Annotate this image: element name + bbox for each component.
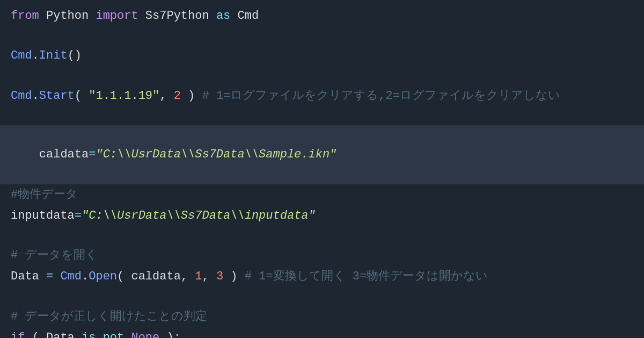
token-paren4: (	[117, 267, 131, 286]
code-line-11: # データを開く	[11, 245, 633, 266]
code-line-14: # データが正しく開けたことの判定	[11, 306, 633, 327]
token-comma2: ,	[181, 267, 188, 286]
token-space: Python	[39, 6, 96, 25]
token-num1: 1	[188, 267, 202, 286]
token-cmd: Cmd	[230, 6, 259, 25]
token-eq3: =	[46, 267, 53, 286]
token-comment-prop: #物件データ	[11, 185, 78, 204]
token-ss7: Ss7Python	[138, 6, 216, 25]
code-line-12: Data = Cmd.Open( caldata, 1, 3 ) # 1=変換し…	[11, 266, 633, 287]
token-comment1: # 1=ログファイルをクリアする,2=ログファイルをクリアしない	[202, 87, 560, 105]
token-init: Init	[39, 46, 68, 65]
code-editor: from Python import Ss7Python as Cmd Cmd.…	[0, 0, 644, 338]
empty-line-13	[11, 287, 633, 306]
token-comma: ,	[159, 87, 166, 105]
token-import: import	[96, 6, 138, 25]
token-comment-judge: # データが正しく開けたことの判定	[11, 307, 207, 326]
token-inputdata-str: "C:\\UsrData\\Ss7Data\\inputdata"	[82, 206, 316, 225]
token-paren5: )	[223, 267, 245, 286]
token-eq2: =	[75, 206, 82, 225]
token-if: if	[11, 328, 25, 338]
token-space4	[124, 328, 131, 338]
token-comment-open: # データを開く	[11, 246, 98, 265]
code-line-15: if ( Data is not None ):	[11, 327, 633, 338]
code-line-1: from Python import Ss7Python as Cmd	[11, 5, 633, 26]
token-colon: :	[174, 328, 181, 338]
token-paren: ()	[68, 46, 82, 65]
token-ip: "1.1.1.19"	[89, 87, 159, 105]
token-inputdata-var: inputdata	[11, 206, 75, 225]
code-line-3: Cmd.Init()	[11, 45, 633, 66]
token-caldata-str: "C:\\UsrData\\Ss7Data\\Sample.ikn"	[96, 148, 336, 161]
token-open: Open	[89, 267, 117, 286]
token-dot: .	[32, 46, 39, 65]
token-cmd2: Cmd	[11, 87, 32, 105]
token-num2: 2	[166, 87, 180, 105]
empty-line-4	[11, 67, 633, 85]
code-line-8: #物件データ	[11, 184, 633, 205]
token-cmd-class: Cmd	[11, 46, 32, 65]
token-as: as	[216, 6, 230, 25]
token-data-ref: Data	[46, 328, 82, 338]
token-dot3: .	[82, 267, 89, 286]
token-cmd3: Cmd	[60, 267, 82, 286]
token-start: Start	[39, 87, 75, 105]
empty-line-2	[11, 26, 633, 45]
code-line-7-highlighted: caldata="C:\\UsrData\\Ss7Data\\Sample.ik…	[0, 125, 644, 184]
token-paren6: (	[25, 328, 46, 338]
token-paren2: (	[75, 87, 89, 105]
empty-line-6	[11, 106, 633, 125]
token-comment2: # 1=変換して開く 3=物件データは開かない	[245, 267, 488, 286]
token-dot2: .	[32, 87, 39, 105]
token-caldata-var: caldata	[39, 148, 89, 161]
token-paren7: )	[159, 328, 173, 338]
token-from: from	[11, 6, 39, 25]
token-space2	[53, 267, 60, 286]
token-eq: =	[89, 148, 96, 161]
token-caldata-ref: caldata	[131, 267, 180, 286]
token-space3	[96, 328, 103, 338]
token-is: is	[82, 328, 96, 338]
token-comma3: ,	[202, 267, 209, 286]
token-num3: 3	[209, 267, 223, 286]
token-not: not	[103, 328, 125, 338]
empty-line-10	[11, 226, 633, 245]
token-data-var: Data	[11, 267, 46, 286]
token-none: None	[131, 328, 159, 338]
token-paren3: )	[181, 87, 202, 105]
code-line-9: inputdata="C:\\UsrData\\Ss7Data\\inputda…	[11, 205, 633, 226]
code-line-5: Cmd.Start( "1.1.1.19", 2 ) # 1=ログファイルをクリ…	[11, 85, 633, 106]
